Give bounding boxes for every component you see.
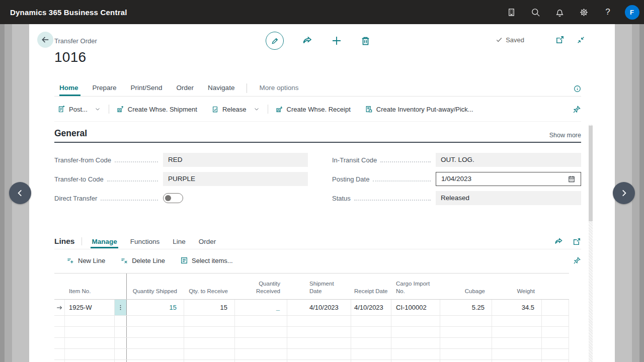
row-indicator-header bbox=[54, 274, 65, 299]
column-header-qty-to-receive[interactable]: Qty. to Receive bbox=[184, 274, 235, 299]
new-document-plus-icon[interactable] bbox=[331, 35, 342, 46]
field-label: Transfer-to Code bbox=[54, 175, 104, 183]
open-lines-in-new-window-icon[interactable] bbox=[573, 237, 581, 246]
cell-qty-to-receive[interactable]: 15 bbox=[184, 300, 235, 315]
empty-table-row[interactable] bbox=[54, 338, 569, 349]
in-transit-value[interactable]: OUT. LOG. bbox=[436, 153, 581, 167]
status-value[interactable]: Released bbox=[436, 191, 581, 205]
info-icon[interactable] bbox=[574, 85, 581, 93]
select-items-icon bbox=[180, 256, 188, 264]
status-field: Status Released bbox=[332, 191, 581, 205]
tab-prepare[interactable]: Prepare bbox=[86, 81, 124, 96]
column-header-filler bbox=[542, 274, 569, 299]
dotted-leader bbox=[115, 161, 158, 162]
search-icon[interactable] bbox=[523, 0, 547, 24]
inventory-putaway-icon bbox=[365, 105, 373, 113]
dotted-leader bbox=[373, 180, 431, 182]
background-strip bbox=[0, 24, 5, 362]
header-status: Saved bbox=[496, 35, 585, 44]
previous-record-button[interactable] bbox=[9, 182, 31, 204]
tab-home[interactable]: Home bbox=[54, 81, 86, 96]
lines-section-header: Lines Manage Functions Line Order bbox=[54, 234, 581, 249]
select-items-button[interactable]: Select items... bbox=[177, 256, 236, 264]
tab-navigate[interactable]: Navigate bbox=[201, 81, 242, 96]
create-whse-shipment-button[interactable]: Create Whse. Shipment bbox=[113, 105, 200, 113]
transfer-to-field: Transfer-to Code PURPLE bbox=[54, 172, 308, 186]
cell-cubage[interactable]: 5.25 bbox=[440, 300, 492, 315]
cell-cargo-import-no[interactable]: CI-100002 bbox=[391, 300, 440, 315]
posting-date-input[interactable]: 1/04/2023 bbox=[436, 172, 581, 186]
collapse-icon[interactable] bbox=[577, 36, 585, 44]
column-header-receipt-date[interactable]: Receipt Date bbox=[351, 274, 391, 299]
column-header-cargo-import-no[interactable]: Cargo Import No. bbox=[391, 274, 440, 299]
lines-tab-order[interactable]: Order bbox=[192, 235, 223, 248]
delete-trash-icon[interactable] bbox=[360, 36, 371, 46]
settings-gear-icon[interactable] bbox=[572, 0, 596, 24]
column-header-item-no[interactable]: Item No. bbox=[65, 274, 115, 299]
create-inventory-putaway-pick-button[interactable]: Create Inventory Put-away/Pick... bbox=[362, 105, 476, 113]
cell-quantity-shipped[interactable]: 15 bbox=[127, 300, 184, 315]
show-more-link[interactable]: Show more bbox=[549, 132, 581, 139]
edit-pencil-icon[interactable] bbox=[266, 32, 284, 50]
back-button[interactable] bbox=[37, 32, 53, 48]
field-label: In-Transit Code bbox=[332, 156, 377, 164]
share-icon[interactable] bbox=[302, 35, 313, 46]
vertical-scrollbar[interactable] bbox=[589, 125, 593, 362]
page-title: 1016 bbox=[54, 49, 87, 65]
empty-table-row[interactable] bbox=[54, 349, 569, 360]
tab-order[interactable]: Order bbox=[170, 81, 201, 96]
delete-line-button[interactable]: Delete Line bbox=[117, 256, 168, 264]
dotted-leader bbox=[101, 200, 158, 201]
lines-tab-line[interactable]: Line bbox=[166, 235, 192, 248]
post-dropdown-chevron[interactable] bbox=[91, 106, 105, 112]
lines-share-icon[interactable] bbox=[554, 237, 564, 246]
cell-weight[interactable]: 34.5 bbox=[492, 300, 542, 315]
column-header-cubage[interactable]: Cubage bbox=[440, 274, 492, 299]
help-icon[interactable]: ? bbox=[596, 0, 620, 24]
notifications-bell-icon[interactable] bbox=[547, 0, 572, 24]
avatar-initial: F bbox=[625, 5, 639, 20]
column-header-shipment-date[interactable]: Shipment Date bbox=[287, 274, 351, 299]
account-avatar[interactable]: F bbox=[620, 0, 644, 24]
post-button[interactable]: Post... bbox=[54, 105, 91, 113]
new-line-button[interactable]: New Line bbox=[63, 256, 108, 264]
lines-unpin-icon[interactable] bbox=[573, 256, 581, 264]
lines-tab-functions[interactable]: Functions bbox=[124, 235, 167, 248]
calendar-icon[interactable] bbox=[568, 175, 576, 183]
lines-title: Lines bbox=[54, 237, 82, 246]
check-icon bbox=[496, 36, 503, 43]
transfer-order-card: Transfer Order 1016 Saved Home Prepare P bbox=[29, 24, 615, 362]
company-icon[interactable] bbox=[499, 0, 523, 24]
cell-quantity-received[interactable]: _ bbox=[235, 300, 287, 315]
open-in-window-icon[interactable] bbox=[555, 35, 565, 44]
empty-table-row[interactable] bbox=[54, 360, 569, 362]
tab-print-send[interactable]: Print/Send bbox=[124, 81, 170, 96]
empty-table-row[interactable] bbox=[54, 327, 569, 338]
posting-date-value: 1/04/2023 bbox=[441, 172, 471, 186]
row-options-ellipsis-icon[interactable] bbox=[115, 300, 127, 315]
next-record-button[interactable] bbox=[613, 182, 635, 204]
column-header-quantity-shipped[interactable]: Quantity Shipped bbox=[127, 274, 184, 299]
direct-transfer-toggle[interactable] bbox=[163, 193, 183, 203]
release-dropdown-chevron[interactable] bbox=[250, 106, 264, 112]
lines-tab-manage[interactable]: Manage bbox=[85, 235, 123, 248]
more-options[interactable]: More options bbox=[252, 81, 305, 96]
column-header-quantity-received[interactable]: Quantity Received bbox=[235, 274, 287, 299]
lines-table: Item No. Quantity Shipped Qty. to Receiv… bbox=[54, 273, 569, 362]
topbar-actions: ? F bbox=[499, 0, 644, 24]
divider bbox=[268, 105, 268, 114]
cell-item-no[interactable]: 1925-W bbox=[65, 300, 115, 315]
cell-receipt-date[interactable]: 4/10/2023 bbox=[351, 300, 391, 315]
transfer-to-value[interactable]: PURPLE bbox=[163, 172, 308, 186]
create-whse-receipt-button[interactable]: Create Whse. Receipt bbox=[272, 105, 354, 113]
scrollbar-thumb[interactable] bbox=[589, 126, 593, 221]
unpin-icon[interactable] bbox=[573, 105, 581, 114]
post-icon bbox=[57, 105, 65, 113]
cell-shipment-date[interactable]: 4/10/2023 bbox=[287, 300, 351, 315]
column-header-weight[interactable]: Weight bbox=[492, 274, 542, 299]
transfer-from-value[interactable]: RED bbox=[163, 153, 308, 167]
empty-table-row[interactable] bbox=[54, 316, 569, 327]
tab-divider bbox=[247, 83, 247, 93]
release-button[interactable]: Release bbox=[208, 106, 250, 113]
warehouse-shipment-icon bbox=[116, 105, 124, 113]
